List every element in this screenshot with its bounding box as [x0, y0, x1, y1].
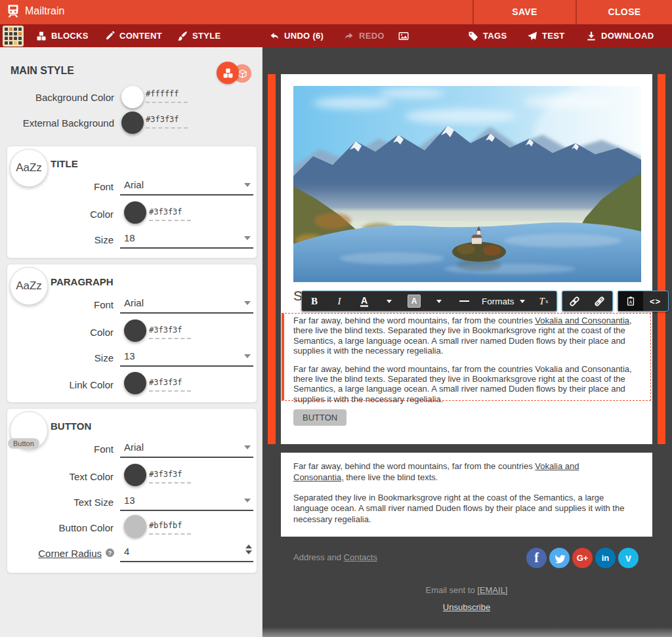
corner-radius-spinner[interactable]: [245, 545, 252, 554]
background-color-hex-input[interactable]: #ffffff: [146, 89, 188, 103]
lake-bled-hero-image[interactable]: [293, 86, 641, 282]
vokalia-link[interactable]: Vokalia and Consonantia: [535, 316, 629, 325]
redo-button[interactable]: REDO: [344, 24, 385, 47]
background-color-swatch[interactable]: [121, 86, 144, 108]
insert-link-button[interactable]: [562, 291, 587, 311]
button-text-color-hex-input[interactable]: #3f3f3f: [149, 470, 191, 483]
paragraph-2: Far far away, behind the word mountains,…: [293, 364, 640, 405]
download-icon: [586, 31, 597, 41]
external-background-hex-input[interactable]: #3f3f3f: [146, 115, 188, 129]
paste-button[interactable]: A: [618, 291, 643, 311]
spinner-up-icon[interactable]: [245, 545, 252, 548]
button-font-value: Arial: [124, 442, 144, 453]
linkedin-icon[interactable]: in: [595, 548, 616, 568]
download-label: DOWNLOAD: [601, 31, 654, 41]
paragraph-color-hex-input[interactable]: #3f3f3f: [149, 325, 191, 339]
undo-icon: [269, 31, 280, 41]
paragraph-size-select[interactable]: 13: [120, 350, 253, 367]
image-gallery-button[interactable]: [398, 24, 410, 47]
email-token-link[interactable]: [EMAIL]: [477, 585, 507, 595]
redo-label: REDO: [359, 31, 385, 41]
paragraph-link-color-label: Link Color: [33, 379, 114, 390]
unsubscribe-link[interactable]: Unsubscribe: [443, 602, 490, 612]
title-color-swatch[interactable]: [124, 201, 146, 224]
unsubscribe-line: Unsubscribe: [281, 602, 652, 612]
paragraph-style-card: AaZz PARAGRAPH Font Arial Color #3f3f3f …: [7, 264, 257, 403]
spinner-down-icon[interactable]: [245, 550, 252, 554]
tab-style[interactable]: STYLE: [177, 24, 220, 47]
button-font-select[interactable]: Arial: [120, 442, 253, 458]
background-color-menu-button[interactable]: [427, 291, 452, 311]
facebook-glyph: f: [534, 550, 539, 565]
tag-icon: [468, 31, 478, 41]
formats-label: Formats: [482, 297, 514, 306]
title-font-select[interactable]: Arial: [120, 179, 253, 195]
title-font-label: Font: [47, 181, 114, 192]
selected-text-block[interactable]: Far far away, behind the word mountains,…: [282, 313, 651, 401]
button-text-size-select[interactable]: 13: [120, 495, 253, 511]
italic-button[interactable]: I: [327, 291, 352, 311]
undo-button[interactable]: UNDO (6): [269, 24, 324, 47]
text-color-menu-button[interactable]: [377, 291, 402, 311]
paragraph-link-color-hex-input[interactable]: #3f3f3f: [149, 378, 191, 392]
twitter-bird: [554, 552, 566, 564]
paragraph-size-value: 13: [124, 350, 135, 361]
facebook-icon[interactable]: f: [526, 548, 547, 568]
paragraph-font-value: Arial: [124, 297, 144, 308]
tags-button[interactable]: TAGS: [468, 24, 507, 47]
title-card-heading: TITLE: [51, 158, 78, 169]
mailtrain-train-icon: [5, 3, 21, 19]
chevron-down-icon: [520, 300, 525, 303]
email-main-block[interactable]: Se B I A A Formats: [281, 74, 652, 444]
twitter-icon[interactable]: [549, 548, 570, 568]
paragraph-link-color-swatch[interactable]: [124, 372, 146, 394]
google-plus-glyph: G+: [577, 553, 589, 563]
bold-button[interactable]: B: [302, 291, 327, 311]
main-style-heading: MAIN STYLE: [10, 65, 74, 77]
background-color-label: Background Color: [10, 92, 114, 103]
title-color-hex-input[interactable]: #3f3f3f: [149, 207, 191, 221]
close-button[interactable]: CLOSE: [577, 0, 672, 24]
block-selection-bar-right[interactable]: [658, 74, 665, 444]
address-text: Address and: [293, 552, 344, 562]
email-cta-button[interactable]: BUTTON: [293, 409, 346, 426]
background-color-glyph: A: [408, 295, 421, 308]
google-plus-icon[interactable]: G+: [572, 548, 593, 568]
block-selection-bar-left[interactable]: [268, 74, 276, 444]
button-color-label: Button Color: [33, 522, 114, 533]
paragraph-preview-badge: AaZz: [10, 267, 48, 305]
pencil-icon: [105, 31, 115, 41]
button-text-color-swatch[interactable]: [124, 464, 146, 486]
help-icon[interactable]: ?: [106, 548, 114, 557]
mosaico-logo-icon: [3, 26, 24, 47]
formats-dropdown[interactable]: Formats: [476, 291, 532, 311]
button-text-size-value: 13: [124, 495, 135, 506]
tab-content[interactable]: CONTENT: [105, 24, 162, 47]
richtext-format-group: B I A A Formats Tx: [301, 291, 557, 312]
title-size-select[interactable]: 18: [120, 232, 253, 249]
tab-blocks[interactable]: BLOCKS: [36, 24, 89, 47]
paragraph-font-select[interactable]: Arial: [120, 297, 253, 314]
vimeo-icon[interactable]: v: [618, 548, 639, 568]
tab-style-label: STYLE: [192, 31, 220, 41]
button-font-label: Font: [47, 443, 114, 455]
paragraph-color-swatch[interactable]: [124, 319, 146, 342]
clear-formatting-glyph: T: [539, 296, 545, 307]
button-color-swatch[interactable]: [124, 515, 146, 537]
button-color-hex-input[interactable]: #bfbfbf: [149, 521, 191, 535]
corner-radius-input[interactable]: 4: [120, 546, 253, 562]
clear-formatting-button[interactable]: Tx: [532, 291, 556, 311]
text-color-glyph: A: [360, 296, 368, 307]
horizontal-rule-button[interactable]: [452, 291, 476, 311]
style-scope-blocks-toggle[interactable]: [217, 62, 239, 84]
background-color-button[interactable]: A: [402, 291, 427, 311]
save-button[interactable]: SAVE: [474, 0, 576, 24]
download-button[interactable]: DOWNLOAD: [586, 24, 654, 47]
email-text-block[interactable]: Far far away, behind the word mountains,…: [281, 453, 652, 537]
text-color-button[interactable]: A: [352, 291, 377, 311]
external-background-swatch[interactable]: [121, 112, 144, 134]
test-button[interactable]: TEST: [527, 24, 564, 47]
source-code-button[interactable]: <>: [643, 291, 668, 311]
remove-link-button[interactable]: [587, 291, 612, 311]
contacts-link[interactable]: Contacts: [344, 552, 377, 562]
